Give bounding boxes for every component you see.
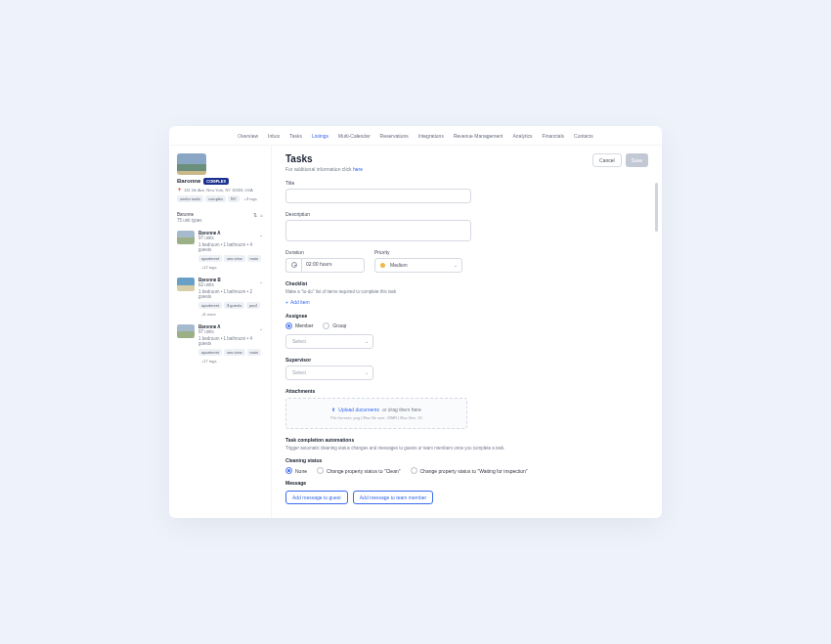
title-label: Title	[285, 180, 648, 186]
chevron-down-icon[interactable]: ⌄	[259, 325, 263, 331]
unit-tags: apartmentsea viewmain+12 tags	[198, 255, 263, 271]
upload-icon: ⬆	[331, 407, 335, 412]
description-label: Description	[285, 211, 648, 217]
automations-help: Trigger automatic cleaning status change…	[285, 446, 510, 451]
assignee-select[interactable]: Select ⌄	[285, 334, 373, 349]
cleaning-radio-group: NoneChange property status to "Clean"Cha…	[285, 467, 648, 474]
unit-tag[interactable]: pool	[246, 302, 260, 309]
assignee-radio[interactable]: Group	[323, 322, 346, 329]
unit-photo	[177, 278, 195, 291]
unit-sub: 97 units	[198, 329, 263, 334]
property-name: Baronne	[177, 178, 200, 184]
unit-tag[interactable]: sea view	[224, 349, 245, 356]
unit-tag[interactable]: apartment	[198, 302, 222, 309]
more-tags[interactable]: +12 tags	[198, 264, 219, 271]
cleaning-radio[interactable]: None	[285, 467, 307, 474]
chevron-down-icon[interactable]: ⌄	[259, 232, 263, 237]
unit-tag[interactable]: sea view	[224, 255, 245, 262]
unit-tag[interactable]: apartment	[198, 255, 222, 262]
unit-item[interactable]: Baronne A97 units1 bedroom • 1 bathroom …	[177, 231, 263, 271]
property-tag[interactable]: complex	[205, 195, 226, 202]
chevron-down-icon[interactable]: ⌄	[259, 279, 263, 284]
cleaning-status-label: Cleaning status	[285, 457, 648, 463]
nav-analytics[interactable]: Analytics	[512, 133, 532, 139]
app-body: Baronne COMPLEX 📍 131 5th Ave, New York,…	[169, 146, 662, 518]
checklist-label: Checklist	[285, 280, 648, 286]
message-label: Message	[285, 480, 648, 486]
page-title: Tasks	[285, 153, 363, 164]
add-item-button[interactable]: + Add item	[285, 299, 310, 305]
help-link[interactable]: here	[353, 166, 363, 172]
radio-dot-icon	[323, 322, 329, 329]
sidebar: Baronne COMPLEX 📍 131 5th Ave, New York,…	[169, 146, 272, 518]
unit-tag[interactable]: main	[247, 349, 262, 356]
supervisor-select[interactable]: Select ⌄	[285, 365, 373, 380]
nav-contacts[interactable]: Contacts	[574, 133, 593, 139]
upload-dropzone[interactable]: ⬆ Upload documents or drag them here Fil…	[285, 398, 467, 429]
description-input[interactable]	[285, 220, 471, 241]
more-tags[interactable]: +6 more	[198, 311, 219, 318]
property-photo	[177, 153, 206, 175]
assignee-radio-label: Member	[295, 322, 313, 328]
nav-inbox[interactable]: Inbox	[268, 133, 280, 139]
chevron-down-icon: ⌄	[365, 369, 369, 375]
top-nav: OverviewInboxTasksListingsMulti-Calendar…	[169, 126, 662, 146]
nav-revenue-management[interactable]: Revenue Management	[454, 133, 503, 139]
assignee-radio-label: Group	[332, 322, 346, 328]
duration-input[interactable]: 02:00 hours	[301, 258, 365, 273]
upload-hint: File formats: png | Max file size: 20MB …	[292, 415, 460, 420]
supervisor-label: Supervisor	[285, 357, 648, 363]
cleaning-radio-label: Change property status to "Waiting for i…	[420, 468, 528, 474]
property-tags: zeeko mailscomplexNY+3 tags	[177, 195, 263, 202]
nav-reservations[interactable]: Reservations	[380, 133, 409, 139]
priority-select[interactable]: Medium ⌄	[374, 258, 462, 273]
more-tags[interactable]: +17 tags	[198, 358, 219, 365]
assignee-radio[interactable]: Member	[285, 322, 313, 329]
save-button[interactable]: Save	[626, 153, 648, 167]
cancel-button[interactable]: Cancel	[592, 153, 622, 167]
chevron-down-icon: ⌄	[365, 338, 369, 344]
priority-dot-icon	[380, 263, 385, 268]
nav-multi-calendar[interactable]: Multi-Calendar	[338, 133, 371, 139]
attachments-label: Attachments	[285, 388, 648, 394]
more-tags[interactable]: +3 tags	[241, 195, 260, 202]
unit-detail: 1 bedroom • 1 bathroom • 4 guests	[198, 242, 263, 252]
unit-item[interactable]: Baronne A97 units1 bedroom • 1 bathroom …	[177, 324, 263, 365]
priority-label: Priority	[374, 249, 462, 255]
unit-tags: apartmentsea viewmain+17 tags	[198, 349, 263, 365]
unit-tag[interactable]: 3 guests	[224, 302, 244, 309]
nav-integrations[interactable]: Integrations	[418, 133, 444, 139]
nav-tasks[interactable]: Tasks	[289, 133, 302, 139]
property-address: 📍 131 5th Ave, New York, NY 10003, USA	[177, 188, 263, 193]
add-message-guest-button[interactable]: Add message to guest	[285, 491, 348, 504]
cleaning-radio-label: Change property status to "Clean"	[327, 468, 401, 474]
address-text: 131 5th Ave, New York, NY 10003, USA	[184, 188, 253, 193]
search-icon[interactable]: ⌕	[260, 212, 263, 218]
unit-sub: 97 units	[198, 236, 263, 240]
sort-icon[interactable]: ⇅	[253, 212, 257, 218]
unit-tag[interactable]: main	[247, 255, 262, 262]
radio-dot-icon	[317, 467, 324, 474]
unit-detail: 1 bedroom • 1 bathroom • 4 guests	[198, 336, 263, 346]
unit-tag[interactable]: apartment	[198, 349, 222, 356]
unit-sub: 62 units	[198, 282, 263, 287]
units-list: Baronne A97 units1 bedroom • 1 bathroom …	[177, 231, 263, 365]
property-tag[interactable]: NY	[228, 195, 240, 202]
unit-photo	[177, 324, 195, 338]
cleaning-radio[interactable]: Change property status to "Waiting for i…	[411, 467, 528, 474]
radio-dot-icon	[285, 467, 292, 474]
scrollbar[interactable]	[655, 183, 658, 232]
cleaning-radio[interactable]: Change property status to "Clean"	[317, 467, 401, 474]
unit-tags: apartment3 guestspool+6 more	[198, 302, 263, 318]
pin-icon: 📍	[177, 188, 182, 193]
unit-item[interactable]: Baronne B62 units1 bedroom • 1 bathroom …	[177, 278, 263, 318]
help-text: For additional information click here	[285, 166, 363, 172]
nav-financials[interactable]: Financials	[543, 133, 565, 139]
upload-link[interactable]: Upload documents	[338, 407, 379, 412]
title-input[interactable]	[285, 189, 471, 203]
nav-overview[interactable]: Overview	[238, 133, 258, 139]
property-tag[interactable]: zeeko mails	[177, 195, 203, 202]
add-message-team-button[interactable]: Add message to team member	[353, 491, 433, 504]
radio-dot-icon	[411, 467, 417, 474]
nav-listings[interactable]: Listings	[312, 133, 328, 139]
